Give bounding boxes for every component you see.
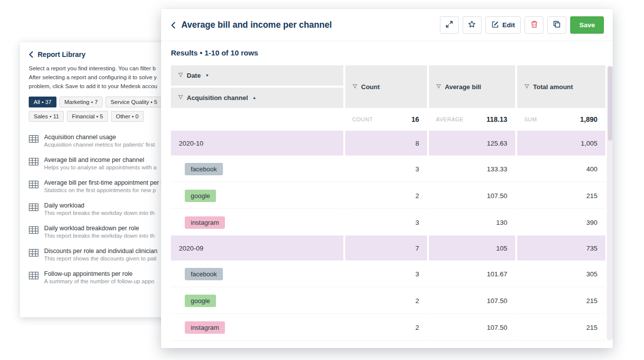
summary-count-cell: COUNT 16	[345, 108, 427, 131]
edit-icon	[491, 21, 499, 30]
save-button-label: Save	[579, 21, 595, 29]
star-icon	[468, 20, 476, 30]
expand-icon	[445, 20, 453, 30]
filter-chip[interactable]: All • 37	[29, 97, 56, 107]
summary-sum-cell: SUM 1,890	[517, 108, 605, 131]
channel-chip: facebook	[185, 268, 223, 280]
scrollbar-thumb[interactable]	[608, 66, 612, 141]
cell-total: 305	[517, 260, 605, 287]
cell-total: 215	[517, 182, 605, 209]
summary-row: COUNT 16 AVERAGE 118.13 SUM 1,890	[171, 108, 605, 131]
back-icon[interactable]	[171, 22, 175, 29]
report-title: Average bill and income per channel	[44, 156, 157, 163]
filter-funnel-icon	[178, 72, 183, 79]
filter-funnel-icon	[524, 83, 530, 91]
cell-total: 215	[517, 314, 605, 341]
report-item-text: Average bill and income per channelHelps…	[44, 156, 157, 170]
report-title: Acquisition channel usage	[44, 134, 155, 141]
duplicate-button[interactable]	[547, 16, 566, 34]
report-title: Follow-up appointments per role	[44, 270, 154, 277]
expand-button[interactable]	[440, 16, 459, 34]
edit-button[interactable]: Edit	[485, 16, 521, 34]
summary-count-label: COUNT	[352, 116, 373, 122]
column-header-count[interactable]: Count	[345, 65, 427, 108]
column-header-date[interactable]: Date ▼	[171, 65, 343, 86]
edit-button-label: Edit	[502, 21, 515, 29]
date-group-row: 2020-108125.631,005	[171, 131, 605, 155]
report-title: Daily workload breakdown per role	[44, 225, 155, 232]
filter-funnel-icon	[436, 83, 441, 91]
table-scrollbar[interactable]	[607, 65, 613, 341]
filter-chip[interactable]: Sales • 11	[29, 111, 64, 122]
column-header-total-amount[interactable]: Total amount	[517, 65, 605, 108]
library-title: Report Library	[38, 51, 85, 58]
report-subtitle: A summary of the number of follow-up app…	[44, 278, 154, 284]
toolbar: Edit Save	[440, 16, 604, 34]
cell-avg: 107.50	[429, 182, 515, 209]
summary-average-cell: AVERAGE 118.13	[429, 108, 515, 131]
summary-count-value: 16	[411, 115, 419, 123]
column-header-channel-label: Acquisition channel	[187, 94, 248, 102]
save-button[interactable]: Save	[570, 16, 604, 34]
column-header-count-label: Count	[361, 83, 380, 91]
channel-row: google2107.50215	[171, 182, 605, 209]
delete-button[interactable]	[525, 16, 543, 34]
report-subtitle: This report shows the discounts given to…	[44, 256, 158, 261]
date-label: 2020-09	[179, 245, 204, 252]
column-header-date-label: Date	[187, 72, 201, 79]
cell-total: 390	[517, 209, 605, 236]
favorite-button[interactable]	[463, 16, 482, 34]
cell-count: 7	[345, 236, 427, 260]
report-item-text: Acquisition channel usageAcquisition cha…	[44, 134, 155, 148]
cell-avg: 130	[429, 209, 515, 236]
channel-chip: google	[185, 295, 216, 307]
channel-row: instagram2107.50215	[171, 314, 605, 341]
table-header: Date ▼ Acquisition channel ▲	[171, 65, 605, 108]
filter-funnel-icon	[178, 94, 183, 102]
column-header-average-bill[interactable]: Average bill	[429, 65, 515, 108]
summary-average-label: AVERAGE	[436, 116, 464, 122]
report-item-text: Average bill per first-time appointment …	[44, 179, 162, 193]
table-grid-icon	[29, 203, 39, 213]
channel-chip: instagram	[185, 321, 225, 334]
summary-average-value: 118.13	[486, 115, 507, 123]
column-header-average-bill-label: Average bill	[445, 83, 481, 91]
table-grid-icon	[29, 135, 39, 145]
channel-cell: google	[171, 182, 343, 209]
channel-cell: facebook	[171, 155, 343, 182]
filter-chip[interactable]: Marketing • 7	[59, 97, 103, 107]
report-title: Daily workload	[44, 202, 155, 209]
channel-row: instagram3130390	[171, 209, 605, 236]
report-detail-panel: Average bill and income per channel Edit	[161, 9, 613, 348]
filter-chip[interactable]: Financial • 5	[67, 111, 108, 122]
cell-avg: 133.33	[429, 155, 515, 182]
channel-row: facebook3133.33400	[171, 155, 605, 182]
channel-cell: facebook	[171, 260, 343, 287]
date-group-row: 2020-097105735	[171, 236, 605, 260]
cell-count: 3	[345, 209, 427, 236]
cell-avg: 101.67	[429, 260, 515, 287]
report-subtitle: Acquisition channel metrics for patients…	[44, 142, 155, 148]
copy-icon	[553, 20, 561, 30]
sort-asc-icon: ▲	[253, 96, 257, 100]
detail-header: Average bill and income per channel Edit	[161, 9, 613, 41]
column-header-channel[interactable]: Acquisition channel ▲	[171, 88, 343, 108]
results-count: Results • 1-10 of 10 rows	[161, 41, 613, 65]
filter-chip[interactable]: Service Quality • 5	[106, 97, 162, 107]
report-title: Average bill per first-time appointment …	[44, 179, 162, 186]
filter-chip[interactable]: Other • 0	[111, 111, 144, 122]
summary-sum-label: SUM	[524, 116, 537, 122]
cell-count: 2	[345, 287, 427, 314]
channel-chip: google	[185, 190, 216, 202]
cell-avg: 125.63	[429, 131, 515, 155]
report-item-text: Follow-up appointments per roleA summary…	[44, 270, 154, 284]
back-icon[interactable]	[29, 51, 33, 58]
date-group-cell: 2020-09	[171, 236, 343, 260]
report-subtitle: Statistics on the first appointments for…	[44, 187, 162, 193]
table-grid-icon	[29, 249, 39, 259]
date-group-cell: 2020-10	[171, 131, 343, 155]
report-subtitle: This report breaks the workday down into…	[44, 210, 155, 216]
cell-count: 2	[345, 314, 427, 341]
summary-empty-cell	[171, 108, 343, 131]
table-grid-icon	[29, 157, 39, 168]
